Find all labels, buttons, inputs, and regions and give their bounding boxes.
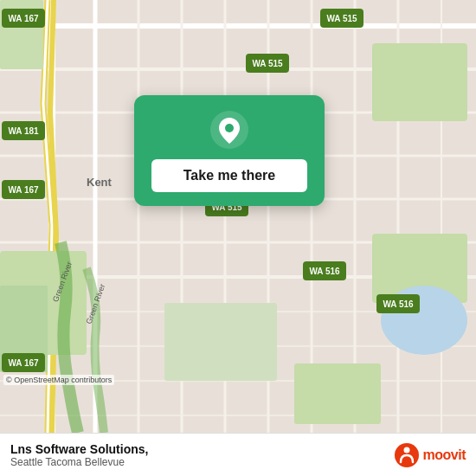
svg-point-54 xyxy=(403,447,409,453)
location-name: Lns Software Solutions, xyxy=(10,442,148,456)
svg-point-52 xyxy=(225,124,234,132)
location-info: Lns Software Solutions, Seattle Tacoma B… xyxy=(10,442,148,468)
bottom-bar: Lns Software Solutions, Seattle Tacoma B… xyxy=(0,433,476,476)
svg-rect-28 xyxy=(294,363,381,424)
svg-text:WA 167: WA 167 xyxy=(8,185,39,195)
moovit-icon xyxy=(395,443,419,467)
svg-text:WA 516: WA 516 xyxy=(309,267,340,276)
map-background: Kent Green River Green River WA 515 WA 5… xyxy=(0,0,476,433)
svg-text:WA 167: WA 167 xyxy=(8,358,39,368)
svg-text:WA 167: WA 167 xyxy=(8,14,39,23)
svg-text:WA 515: WA 515 xyxy=(326,14,357,23)
popup-card: Take me there xyxy=(134,95,325,206)
svg-rect-27 xyxy=(164,303,277,381)
svg-text:WA 181: WA 181 xyxy=(8,126,39,136)
take-me-there-button[interactable]: Take me there xyxy=(151,159,307,192)
copyright-text: © OpenStreetMap contributors xyxy=(3,375,114,385)
svg-text:WA 516: WA 516 xyxy=(383,299,414,309)
moovit-text: moovit xyxy=(423,447,466,463)
location-region: Seattle Tacoma Bellevue xyxy=(10,456,148,468)
svg-text:WA 515: WA 515 xyxy=(252,59,283,68)
map-container: Kent Green River Green River WA 515 WA 5… xyxy=(0,0,476,433)
moovit-logo: moovit xyxy=(395,443,466,467)
location-pin-icon xyxy=(210,111,248,149)
svg-text:Kent: Kent xyxy=(87,176,113,189)
svg-rect-22 xyxy=(372,43,467,121)
